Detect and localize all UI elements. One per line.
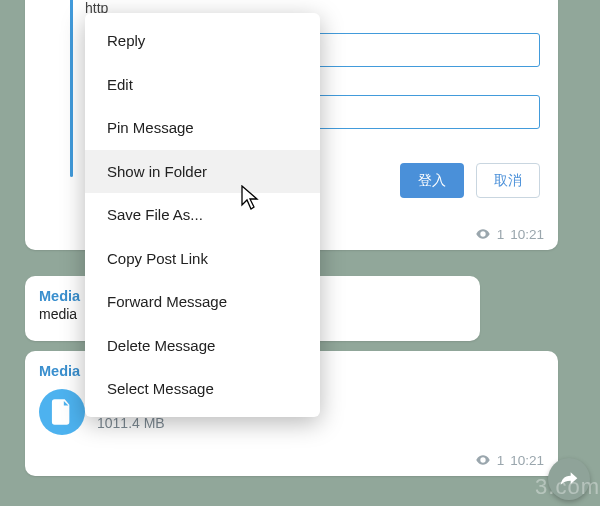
- message-meta: 1 10:21: [475, 226, 544, 242]
- context-menu-item-delete-message[interactable]: Delete Message: [85, 324, 320, 368]
- context-menu-item-pin-message[interactable]: Pin Message: [85, 106, 320, 150]
- context-menu-item-copy-post-link[interactable]: Copy Post Link: [85, 237, 320, 281]
- file-icon: [51, 399, 73, 425]
- context-menu-item-reply[interactable]: Reply: [85, 19, 320, 63]
- views-icon: [475, 452, 491, 468]
- file-size: 1011.4 MB: [97, 415, 165, 431]
- sender-name: Media: [39, 288, 80, 304]
- login-button[interactable]: 登入: [400, 163, 464, 198]
- message-time: 10:21: [510, 453, 544, 468]
- message-time: 10:21: [510, 227, 544, 242]
- views-count: 1: [497, 453, 505, 468]
- cancel-button[interactable]: 取消: [476, 163, 540, 198]
- quote-bar: [70, 0, 73, 177]
- views-icon: [475, 226, 491, 242]
- file-download-button[interactable]: [39, 389, 85, 435]
- context-menu-item-show-in-folder[interactable]: Show in Folder: [85, 150, 320, 194]
- watermark-text: 3.com: [535, 474, 600, 500]
- views-count: 1: [497, 227, 505, 242]
- login-button-label: 登入: [418, 172, 446, 190]
- context-menu-item-save-file-as[interactable]: Save File As...: [85, 193, 320, 237]
- context-menu-item-edit[interactable]: Edit: [85, 63, 320, 107]
- message-meta: 1 10:21: [475, 452, 544, 468]
- context-menu-item-select-message[interactable]: Select Message: [85, 367, 320, 411]
- context-menu: ReplyEditPin MessageShow in FolderSave F…: [85, 13, 320, 417]
- cancel-button-label: 取消: [494, 172, 522, 190]
- context-menu-item-forward-message[interactable]: Forward Message: [85, 280, 320, 324]
